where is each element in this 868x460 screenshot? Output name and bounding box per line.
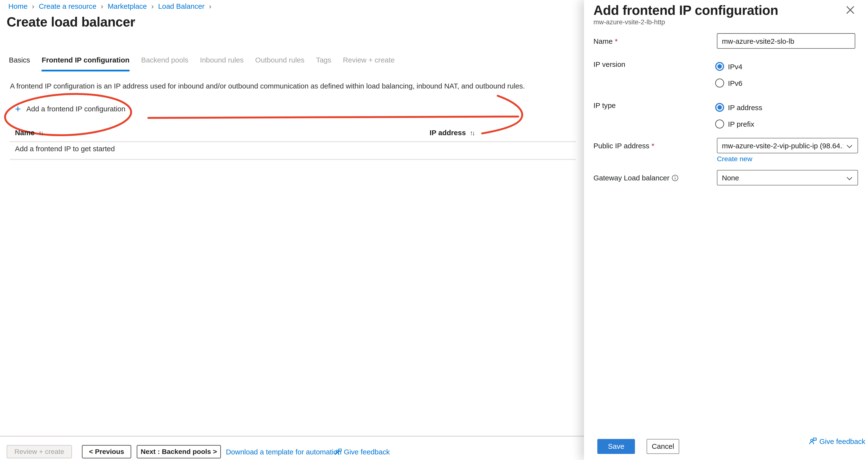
public-ip-label: Public IP address *: [593, 142, 654, 150]
tab-tags: Tags: [316, 56, 331, 71]
table-empty-row: Add a frontend IP to get started: [15, 145, 115, 153]
info-icon[interactable]: [672, 174, 679, 182]
radio-selected-icon: [715, 62, 724, 71]
chevron-down-icon: [847, 143, 852, 148]
breadcrumb-link-create-a-resource[interactable]: Create a resource: [39, 2, 96, 10]
feedback-icon: [334, 448, 342, 456]
download-template-link[interactable]: Download a template for automation: [226, 448, 342, 456]
chevron-down-icon: [847, 175, 852, 180]
table-row-divider: [10, 159, 576, 160]
sort-icon: ↑↓: [470, 129, 474, 136]
cancel-button[interactable]: Cancel: [647, 439, 679, 454]
page-title: Create load balancer: [6, 14, 135, 30]
column-header-ip-address[interactable]: IP address ↑↓: [430, 128, 474, 136]
breadcrumb-link-marketplace[interactable]: Marketplace: [108, 2, 147, 10]
radio-label: IP address: [728, 103, 762, 112]
footer-divider: [0, 436, 584, 437]
annotation-line: [148, 117, 518, 118]
add-frontend-ip-panel: Add frontend IP configuration mw-azure-v…: [584, 0, 868, 460]
required-asterisk: *: [652, 142, 654, 150]
title-more-button[interactable]: ···: [126, 17, 136, 26]
previous-button[interactable]: < Previous: [82, 445, 131, 459]
add-frontend-ip-label: Add a frontend IP configuration: [26, 104, 125, 113]
tab-outbound-rules: Outbound rules: [255, 56, 304, 71]
radio-option-ipv6[interactable]: IPv6: [715, 79, 743, 87]
public-ip-dropdown[interactable]: mw-azure-vsite-2-vip-public-ip (98.64.19…: [717, 138, 858, 153]
radio-option-ip-address[interactable]: IP address: [715, 103, 762, 112]
breadcrumb: Home›Create a resource›Marketplace›Load …: [8, 2, 216, 10]
tab-inbound-rules: Inbound rules: [200, 56, 243, 71]
breadcrumb-separator: ›: [32, 2, 34, 10]
name-input[interactable]: [717, 33, 855, 49]
tab-review-create: Review + create: [343, 56, 395, 71]
add-frontend-ip-button[interactable]: + Add a frontend IP configuration: [15, 104, 125, 113]
name-label: Name *: [593, 37, 618, 45]
table-header-divider: [10, 141, 576, 143]
close-icon[interactable]: [845, 4, 856, 16]
sort-icon: ↑↓: [38, 129, 43, 136]
frontend-ip-description: A frontend IP configuration is an IP add…: [10, 82, 552, 90]
review-create-button: Review + create: [6, 445, 72, 459]
tab-bar: BasicsFrontend IP configurationBackend p…: [9, 56, 395, 71]
radio-unselected-icon: [715, 79, 724, 87]
breadcrumb-link-load-balancer[interactable]: Load Balancer: [158, 2, 205, 10]
tab-backend-pools: Backend pools: [141, 56, 188, 71]
ip-type-label: IP type: [593, 101, 616, 110]
azure-portal-page: Home›Create a resource›Marketplace›Load …: [0, 0, 868, 460]
tab-frontend-ip-configuration[interactable]: Frontend IP configuration: [41, 56, 129, 71]
give-feedback-link[interactable]: Give feedback: [344, 448, 390, 456]
save-button[interactable]: Save: [597, 439, 635, 454]
required-asterisk: *: [615, 37, 618, 45]
radio-label: IPv6: [728, 79, 742, 87]
radio-label: IP prefix: [728, 120, 754, 128]
radio-option-ip-prefix[interactable]: IP prefix: [715, 120, 754, 128]
radio-label: IPv4: [728, 62, 742, 70]
breadcrumb-link-home[interactable]: Home: [8, 2, 28, 10]
gateway-lb-dropdown[interactable]: None: [717, 170, 858, 185]
breadcrumb-separator: ›: [209, 2, 211, 10]
breadcrumb-separator: ›: [151, 2, 154, 10]
panel-title: Add frontend IP configuration: [593, 3, 778, 18]
panel-subtitle: mw-azure-vsite-2-lb-http: [593, 18, 665, 26]
feedback-icon: [809, 437, 817, 445]
radio-selected-icon: [715, 103, 724, 112]
column-header-name[interactable]: Name ↑↓: [15, 128, 43, 136]
create-load-balancer-blade: Home›Create a resource›Marketplace›Load …: [0, 0, 584, 460]
create-new-link[interactable]: Create new: [717, 155, 752, 163]
annotation-hook: [482, 96, 522, 133]
plus-icon: +: [15, 105, 21, 113]
radio-unselected-icon: [715, 120, 724, 128]
give-feedback-link[interactable]: Give feedback: [819, 437, 865, 446]
tab-basics[interactable]: Basics: [9, 56, 30, 71]
next-backend-pools-button[interactable]: Next : Backend pools >: [137, 445, 221, 459]
ip-version-label: IP version: [593, 60, 625, 68]
radio-option-ipv4[interactable]: IPv4: [715, 62, 743, 71]
breadcrumb-separator: ›: [101, 2, 103, 10]
gateway-lb-label: Gateway Load balancer: [593, 174, 679, 182]
